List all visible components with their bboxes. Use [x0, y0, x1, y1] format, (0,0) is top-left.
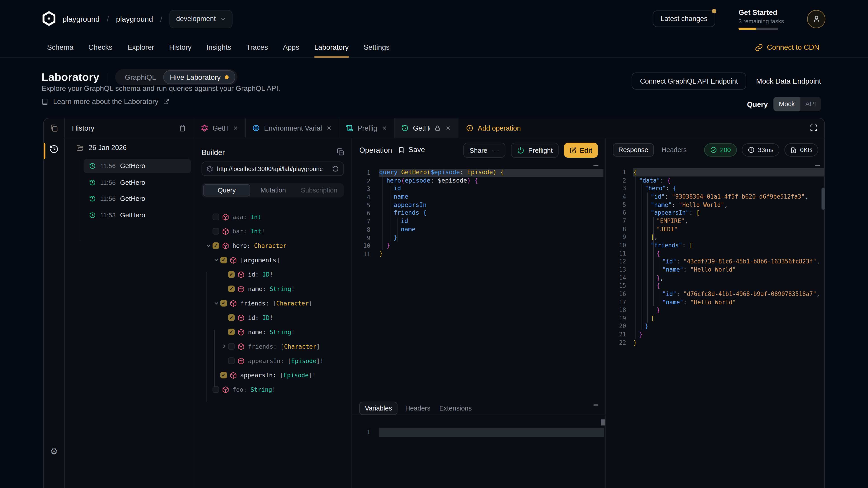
get-started-widget[interactable]: Get Started 3 remaining tasks [739, 8, 784, 30]
response-tab-response[interactable]: Response [613, 143, 654, 157]
tab-environment-variables[interactable]: Environment Variables [246, 119, 339, 138]
trash-icon[interactable] [179, 125, 186, 132]
history-item[interactable]: 11:56GetHero [84, 175, 191, 190]
builder-tab-subscription[interactable]: Subscription [296, 186, 342, 194]
field-checkbox[interactable] [228, 357, 235, 364]
field-checkbox[interactable]: ✓ [220, 372, 227, 379]
close-icon[interactable] [381, 125, 388, 131]
operation-editor[interactable]: query GetHero($episode: Episode) {hero(e… [379, 169, 603, 258]
avatar[interactable] [807, 10, 826, 28]
pencil-icon [570, 147, 577, 153]
tree-row-name[interactable]: ✓name: String! [194, 325, 352, 339]
field-checkbox[interactable]: ✓ [228, 286, 235, 292]
history-date-group[interactable]: 26 Jan 2026 [76, 144, 127, 152]
nav-item-apps[interactable]: Apps [283, 38, 299, 57]
mode-segmented-control[interactable]: Mock API [773, 97, 821, 111]
tree-row-id[interactable]: ✓id: ID! [194, 267, 352, 282]
collapse-variables-handle[interactable] [593, 404, 598, 405]
tree-row-bar[interactable]: bar: Int! [194, 224, 352, 238]
gear-icon[interactable]: ⚙ [49, 447, 59, 456]
hive-logo-icon[interactable] [41, 11, 57, 26]
variables-editor[interactable] [379, 428, 604, 437]
fullscreen-icon[interactable] [810, 124, 817, 132]
tree-row-id[interactable]: ✓id: ID! [194, 311, 352, 325]
tree-row-friends[interactable]: ✓friends: [Character] [194, 296, 352, 311]
field-checkbox[interactable]: ✓ [213, 242, 219, 249]
edit-button[interactable]: Edit [564, 143, 598, 158]
nav-item-checks[interactable]: Checks [88, 38, 112, 57]
subtab-headers[interactable]: Headers [404, 404, 432, 412]
nav-item-laboratory[interactable]: Laboratory [314, 38, 348, 57]
field-checkbox[interactable]: ✓ [228, 271, 235, 278]
breadcrumb-project[interactable]: playground [116, 15, 153, 23]
close-icon[interactable] [445, 125, 451, 131]
caret-down-icon[interactable] [213, 257, 220, 263]
connect-graphql-endpoint-button[interactable]: Connect GraphQL API Endpoint [632, 72, 746, 90]
tab-gethero[interactable]: GetHero [395, 119, 458, 138]
nav-item-traces[interactable]: Traces [246, 38, 268, 57]
history-item[interactable]: 11:56GetHero [84, 159, 191, 173]
nav-item-history[interactable]: History [169, 38, 191, 57]
field-checkbox[interactable]: ✓ [228, 329, 235, 335]
tree-row-foo[interactable]: foo: String! [194, 382, 352, 397]
collapse-editor-handle[interactable] [593, 165, 598, 166]
field-checkbox[interactable]: ✓ [220, 257, 227, 263]
field-checkbox[interactable] [213, 386, 219, 393]
close-icon[interactable] [326, 125, 332, 131]
response-tab-headers[interactable]: Headers [660, 146, 688, 154]
toggle-hive-laboratory[interactable]: Hive Laboratory [163, 70, 235, 84]
preflight-button[interactable]: Preflight [511, 143, 559, 158]
close-icon[interactable] [232, 125, 239, 131]
save-button[interactable]: Save [398, 145, 425, 154]
scrollbar-thumb[interactable] [601, 419, 605, 425]
collapse-builder-icon[interactable] [336, 148, 344, 156]
tree-row-appearsin[interactable]: appearsIn: [Episode]! [194, 354, 352, 368]
nav-item-insights[interactable]: Insights [206, 38, 231, 57]
files-icon[interactable] [50, 124, 58, 132]
response-viewer[interactable]: {"data": {"hero": {"id": "93038304-01a1-… [633, 168, 825, 347]
history-rail-icon[interactable] [49, 144, 59, 154]
nav-item-schema[interactable]: Schema [47, 38, 73, 57]
subtab-variables[interactable]: Variables [359, 402, 397, 415]
tree-row-arguments[interactable]: ✓[arguments] [194, 253, 352, 267]
add-operation-button[interactable]: Add operation [458, 119, 529, 138]
endpoint-url-input[interactable]: http://localhost:3000/api/lab/playgrounc [202, 162, 344, 176]
field-checkbox[interactable] [213, 228, 219, 234]
field-checkbox[interactable] [213, 214, 219, 220]
connect-to-cdn-link[interactable]: Connect to CDN [755, 38, 819, 57]
caret-down-icon[interactable] [213, 300, 220, 306]
field-checkbox[interactable]: ✓ [220, 300, 227, 306]
builder-tab-query[interactable]: Query [203, 184, 250, 197]
tree-row-aaa[interactable]: aaa: Int [194, 210, 352, 224]
tab-gethero[interactable]: GetHero [194, 119, 246, 138]
nav-item-settings[interactable]: Settings [364, 38, 390, 57]
toggle-graphiql[interactable]: GraphiQL [118, 73, 163, 81]
builder-tab-mutation[interactable]: Mutation [250, 186, 296, 194]
tree-row-name[interactable]: ✓name: String! [194, 282, 352, 296]
collapse-response-handle[interactable] [815, 165, 820, 166]
learn-more-link[interactable]: Learn more about the Laboratory [41, 97, 169, 106]
caret-right-icon[interactable] [220, 344, 228, 349]
share-button[interactable]: Share ··· [463, 143, 505, 158]
latest-changes-button[interactable]: Latest changes [653, 11, 715, 27]
ui-mode-toggle[interactable]: GraphiQL Hive Laboratory [116, 69, 237, 85]
mode-api[interactable]: API [800, 97, 821, 111]
field-checkbox[interactable]: ✓ [228, 314, 235, 321]
scrollbar-thumb[interactable] [822, 188, 825, 210]
breadcrumb-org[interactable]: playground [63, 15, 100, 23]
mode-mock[interactable]: Mock [773, 97, 800, 111]
tab-preflight[interactable]: Preflight [339, 119, 395, 138]
nav-item-explorer[interactable]: Explorer [127, 38, 154, 57]
history-item[interactable]: 11:53GetHero [84, 208, 191, 222]
environment-selector[interactable]: development [169, 10, 232, 28]
refresh-icon[interactable] [332, 165, 339, 172]
tree-row-appearsin[interactable]: ✓appearsIn: [Episode]! [194, 368, 352, 383]
field-checkbox[interactable] [228, 343, 235, 350]
mode-query-label[interactable]: Query [747, 100, 768, 108]
tree-row-friends[interactable]: friends: [Character] [194, 339, 352, 354]
caret-down-icon[interactable] [205, 243, 213, 248]
mock-data-endpoint-button[interactable]: Mock Data Endpoint [756, 77, 821, 85]
subtab-extensions[interactable]: Extensions [438, 404, 473, 412]
history-item[interactable]: 11:56GetHero [84, 191, 191, 206]
tree-row-hero[interactable]: ✓hero: Character [194, 238, 352, 253]
